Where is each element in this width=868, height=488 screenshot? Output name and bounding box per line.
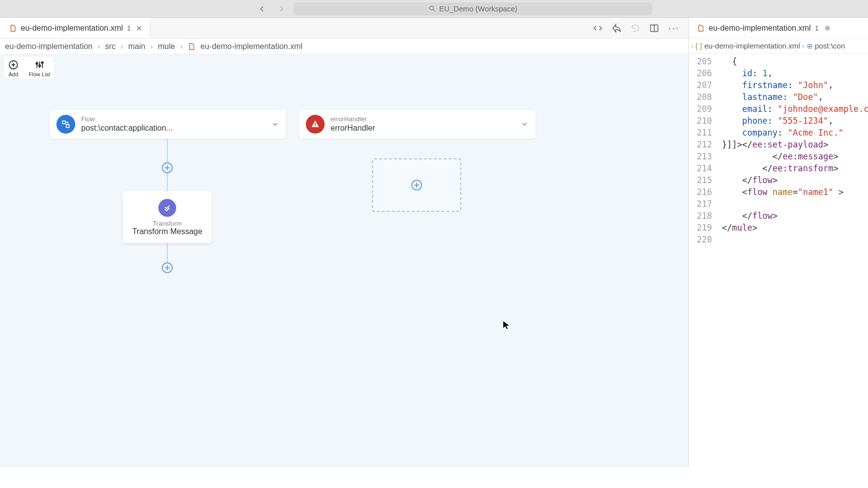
add-button[interactable]: Add — [8, 59, 19, 77]
crumb-item[interactable]: mule — [158, 42, 175, 51]
flowlist-button[interactable]: Flow List — [29, 59, 50, 77]
add-node-button[interactable] — [411, 180, 422, 191]
connector-line — [167, 173, 168, 191]
code-tab-name: eu-demo-implementation.xml — [709, 24, 811, 33]
error-icon — [306, 115, 325, 134]
refresh-icon[interactable] — [630, 23, 640, 33]
nav-back-icon[interactable] — [257, 4, 267, 14]
flow-card-name: post:\contact:application... — [81, 123, 173, 133]
editor-tab-name: eu-demo-implementation.xml — [21, 24, 123, 33]
workspace-search[interactable]: EU_Demo (Workspace) — [294, 2, 652, 15]
errorhandler-card-type: errorHandler — [331, 115, 375, 123]
code-content[interactable]: { id: 1, firstname: "John", lastname: "D… — [719, 53, 868, 467]
code-crumb-symbol[interactable]: post:\con — [815, 42, 845, 50]
connector-line — [167, 139, 168, 162]
code-tab[interactable]: eu-demo-implementation.xml 1 — [689, 18, 868, 39]
crumb-item[interactable]: main — [128, 42, 145, 51]
flow-card[interactable]: Flow post:\contact:application... — [49, 110, 286, 139]
flowlist-button-label: Flow List — [29, 71, 50, 77]
canvas-toolbar: Add Flow List — [4, 56, 54, 79]
code-crumb-file[interactable]: eu-demo-implementation.xml — [704, 42, 800, 50]
editor-tab-badge: 1 — [127, 24, 131, 32]
code-toggle-icon[interactable] — [593, 23, 603, 33]
search-icon — [429, 5, 436, 12]
dropzone[interactable] — [372, 158, 461, 212]
svg-point-5 — [41, 62, 43, 64]
errorhandler-card[interactable]: errorHandler errorHandler — [299, 110, 535, 139]
more-icon[interactable]: ··· — [668, 22, 679, 34]
add-button-label: Add — [8, 71, 18, 77]
chevron-down-icon[interactable] — [521, 120, 529, 128]
code-breadcrumb: › { } eu-demo-implementation.xml › ⊕ pos… — [689, 39, 868, 53]
crumb-item[interactable]: src — [105, 42, 115, 51]
svg-rect-7 — [66, 125, 69, 128]
xml-file-icon — [188, 43, 195, 50]
connector-line — [167, 243, 168, 262]
svg-rect-8 — [315, 123, 316, 125]
transform-node[interactable]: Transform Transform Message — [123, 191, 212, 243]
xml-file-icon — [9, 24, 17, 32]
errorhandler-card-name: errorHandler — [331, 123, 375, 133]
crumb-item[interactable]: eu-demo-implementation — [5, 42, 93, 51]
code-tab-badge: 1 — [815, 24, 819, 32]
transform-node-type: Transform — [132, 220, 203, 227]
code-editor[interactable]: 2052062072082092102112122132142152162172… — [689, 53, 868, 467]
line-gutter: 2052062072082092102112122132142152162172… — [689, 53, 719, 467]
chevron-down-icon[interactable] — [271, 120, 279, 128]
cursor-icon — [503, 321, 510, 330]
flow-card-type: Flow — [81, 115, 173, 123]
flow-icon — [56, 115, 75, 134]
transform-icon — [158, 199, 176, 217]
svg-point-4 — [39, 65, 41, 67]
editor-tabrow: eu-demo-implementation.xml 1 ··· — [0, 18, 688, 39]
unsaved-dot-icon — [825, 26, 830, 31]
nav-forward-icon — [276, 4, 286, 14]
svg-rect-6 — [62, 121, 65, 124]
editor-tab[interactable]: eu-demo-implementation.xml 1 — [0, 18, 150, 38]
close-icon[interactable] — [135, 24, 143, 32]
transform-node-name: Transform Message — [132, 227, 203, 236]
svg-rect-9 — [315, 126, 316, 127]
xml-file-icon — [697, 24, 705, 32]
flow-canvas[interactable]: Add Flow List Flow post:\contact:applica… — [0, 54, 688, 467]
add-node-button[interactable] — [162, 262, 173, 273]
crumb-item: eu-demo-implementation.xml — [200, 42, 302, 51]
svg-point-3 — [36, 62, 38, 64]
titlebar: EU_Demo (Workspace) — [0, 0, 868, 18]
split-editor-icon[interactable] — [649, 23, 659, 33]
run-icon[interactable] — [612, 23, 622, 33]
workspace-search-label: EU_Demo (Workspace) — [439, 4, 517, 13]
chevron-right-icon[interactable]: › — [691, 42, 693, 50]
svg-point-0 — [430, 6, 434, 10]
add-node-button[interactable] — [162, 162, 173, 173]
breadcrumb: eu-demo-implementation› src› main› mule›… — [0, 39, 688, 54]
